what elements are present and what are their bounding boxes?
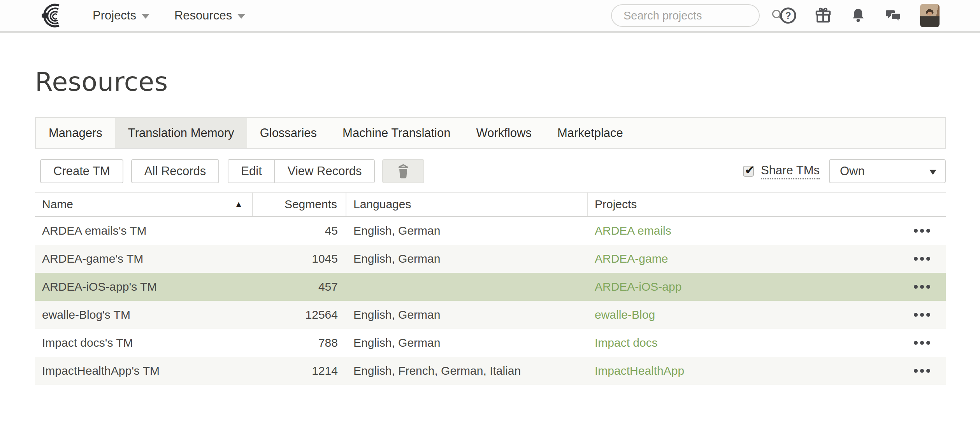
column-header-segments[interactable]: Segments	[253, 193, 346, 216]
tab-managers[interactable]: Managers	[36, 118, 115, 148]
nav-resources-label: Resources	[174, 9, 232, 23]
nav-projects-label: Projects	[93, 9, 136, 23]
edit-view-button-group: Edit View Records	[228, 159, 375, 183]
tm-table-header: Name ▲ Segments Languages Projects	[35, 192, 946, 217]
row-menu-button[interactable]	[912, 309, 932, 321]
table-row[interactable]: ewalle-Blog's TM 12564 English, German e…	[35, 301, 946, 329]
tm-segments: 45	[253, 217, 346, 245]
project-link[interactable]: ImpactHealthApp	[595, 364, 684, 377]
project-link[interactable]: ARDEA-game	[595, 252, 668, 265]
all-records-button[interactable]: All Records	[131, 159, 220, 183]
row-menu-button[interactable]	[912, 225, 932, 237]
main-content: Resources Managers Translation Memory Gl…	[0, 67, 980, 385]
chat-icon[interactable]	[884, 7, 902, 25]
crowdin-bird-logo[interactable]	[37, 2, 68, 29]
tm-segments: 1045	[253, 245, 346, 273]
edit-button[interactable]: Edit	[228, 160, 274, 183]
tab-marketplace[interactable]: Marketplace	[544, 118, 636, 148]
page-title: Resources	[35, 67, 946, 97]
column-header-projects[interactable]: Projects	[588, 193, 946, 216]
caret-down-icon	[929, 170, 936, 175]
tm-languages	[346, 273, 588, 301]
user-avatar[interactable]	[920, 4, 940, 27]
trash-icon	[395, 162, 411, 181]
table-row[interactable]: Impact docs's TM 788 English, German Imp…	[35, 329, 946, 357]
gift-icon[interactable]	[814, 7, 832, 25]
table-row[interactable]: ImpactHealthApp's TM 1214 English, Frenc…	[35, 357, 946, 385]
row-menu-button[interactable]	[912, 281, 932, 293]
share-tms-checkbox[interactable]	[743, 166, 754, 177]
tm-toolbar: Create TM All Records Edit View Records …	[35, 159, 946, 183]
tm-languages: English, German	[346, 217, 588, 245]
topbar: Projects Resources ?	[0, 0, 980, 33]
create-tm-button[interactable]: Create TM	[40, 159, 123, 183]
sort-asc-icon: ▲	[234, 199, 243, 209]
tm-languages: English, German	[346, 301, 588, 329]
row-menu-button[interactable]	[912, 337, 932, 349]
tm-languages: English, German	[346, 245, 588, 273]
tab-glossaries[interactable]: Glossaries	[247, 118, 330, 148]
tm-languages: English, German	[346, 329, 588, 357]
caret-down-icon	[142, 14, 149, 19]
column-header-name[interactable]: Name ▲	[35, 193, 253, 216]
tab-machine-translation[interactable]: Machine Translation	[330, 118, 463, 148]
project-link[interactable]: ewalle-Blog	[595, 308, 655, 321]
tm-name: ARDEA-game's TM	[35, 245, 253, 273]
tm-scope-select[interactable]: Own	[829, 159, 946, 183]
bell-icon[interactable]	[849, 7, 867, 25]
column-header-languages[interactable]: Languages	[346, 193, 588, 216]
project-search[interactable]	[611, 4, 760, 27]
table-row[interactable]: ARDEA-game's TM 1045 English, German ARD…	[35, 245, 946, 273]
tm-name: Impact docs's TM	[35, 329, 253, 357]
toolbar-right-group: Share TMs Own	[743, 159, 946, 183]
caret-down-icon	[237, 14, 245, 19]
tm-segments: 12564	[253, 301, 346, 329]
tm-segments: 1214	[253, 357, 346, 385]
project-link[interactable]: ARDEA-iOS-app	[595, 280, 681, 293]
topbar-icon-group: ?	[779, 7, 902, 25]
tm-name: ARDEA-iOS-app's TM	[35, 273, 253, 301]
share-tms-label[interactable]: Share TMs	[761, 163, 820, 179]
table-row-selected[interactable]: ARDEA-iOS-app's TM 457 ARDEA-iOS-app	[35, 273, 946, 301]
project-link[interactable]: Impact docs	[595, 336, 658, 349]
tm-name: ARDEA emails's TM	[35, 217, 253, 245]
resources-tabs: Managers Translation Memory Glossaries M…	[35, 117, 946, 149]
tm-table: Name ▲ Segments Languages Projects ARDEA…	[35, 192, 946, 385]
svg-text:?: ?	[785, 10, 791, 21]
tm-name: ImpactHealthApp's TM	[35, 357, 253, 385]
tm-languages: English, French, German, Italian	[346, 357, 588, 385]
tab-workflows[interactable]: Workflows	[464, 118, 544, 148]
tm-name: ewalle-Blog's TM	[35, 301, 253, 329]
delete-tm-button[interactable]	[382, 159, 424, 183]
tm-segments: 457	[253, 273, 346, 301]
help-icon[interactable]: ?	[779, 7, 797, 25]
nav-resources[interactable]: Resources	[174, 9, 245, 23]
nav-projects[interactable]: Projects	[93, 9, 149, 23]
tab-translation-memory[interactable]: Translation Memory	[115, 118, 247, 148]
row-menu-button[interactable]	[912, 365, 932, 377]
view-records-button[interactable]: View Records	[274, 160, 374, 183]
table-row[interactable]: ARDEA emails's TM 45 English, German ARD…	[35, 217, 946, 245]
project-link[interactable]: ARDEA emails	[595, 224, 671, 237]
tm-scope-selected-value: Own	[840, 164, 865, 178]
tm-segments: 788	[253, 329, 346, 357]
search-input[interactable]	[623, 9, 770, 22]
row-menu-button[interactable]	[912, 253, 932, 265]
primary-nav: Projects Resources	[68, 9, 245, 23]
